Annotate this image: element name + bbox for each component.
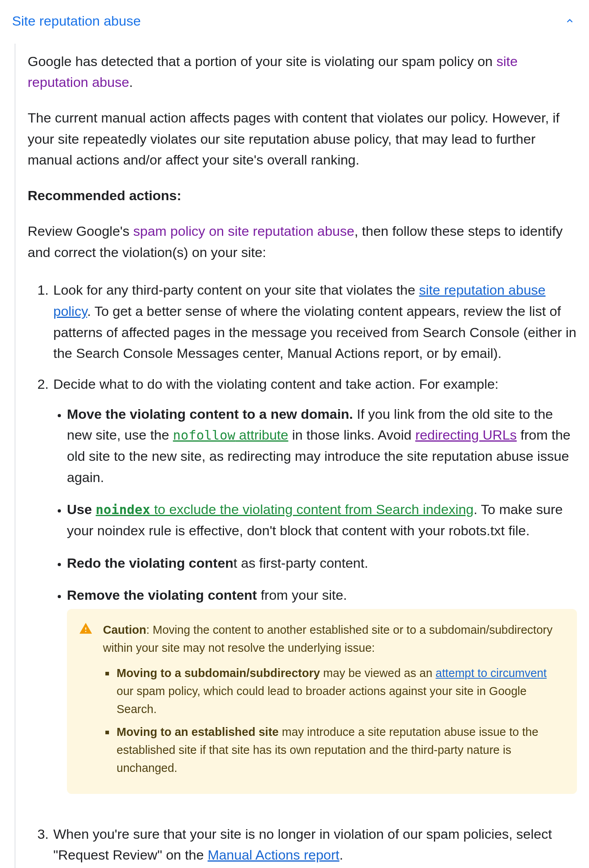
option-noindex: Use noindex to exclude the violating con… (67, 499, 577, 552)
text: : Moving the content to another establis… (103, 623, 553, 654)
text: Google has detected that a portion of yo… (28, 54, 496, 69)
nofollow-link[interactable]: nofollow attribute (173, 427, 288, 442)
caution-label: Caution (103, 623, 146, 636)
caution-bullet-1: Moving to a subdomain/subdirectory may b… (115, 664, 561, 723)
spam-policy-link[interactable]: spam policy on site reputation abuse (133, 223, 355, 239)
intro2-paragraph: The current manual action affects pages … (28, 107, 577, 171)
caution-body: Caution: Moving the content to another e… (103, 621, 561, 782)
text: in those links. Avoid (288, 427, 415, 442)
accordion-panel: Google has detected that a portion of yo… (14, 44, 577, 868)
text: Moving to a subdomain/subdirectory (117, 667, 320, 679)
caution-bullets: Moving to a subdomain/subdirectory may b… (103, 664, 561, 782)
chevron-up-icon (563, 14, 577, 28)
noindex-link[interactable]: noindex to exclude the violating content… (96, 502, 474, 517)
text: Decide what to do with the violating con… (53, 376, 498, 392)
text: Moving to an established site (117, 725, 278, 738)
step-1: Look for any third-party content on your… (52, 277, 577, 371)
warning-icon (79, 621, 93, 641)
option-move: Move the violating content to a new doma… (67, 404, 577, 499)
options-list: Move the violating content to a new doma… (53, 404, 577, 814)
text: Look for any third-party content on your… (53, 282, 419, 297)
text: . (339, 847, 343, 862)
text: our spam policy, which could lead to bro… (117, 685, 526, 715)
text: Remove the violating content (67, 587, 257, 603)
circumvent-link[interactable]: attempt to circumvent (436, 667, 547, 679)
option-redo: Redo the violating content as first-part… (67, 553, 577, 585)
caution-bullet-2: Moving to an established site may introd… (115, 723, 561, 782)
text: . (129, 74, 133, 90)
caution-box: Caution: Moving the content to another e… (67, 609, 577, 794)
steps-list: Look for any third-party content on your… (28, 277, 577, 868)
text: to exclude the violating content from Se… (150, 502, 474, 517)
text: . To get a better sense of where the vio… (53, 303, 576, 361)
text: Use (67, 502, 96, 517)
text: attribute (235, 427, 288, 442)
redirecting-link[interactable]: redirecting URLs (415, 427, 516, 442)
text: Redo the violating conten (67, 555, 234, 571)
intro-paragraph: Google has detected that a portion of yo… (28, 51, 577, 93)
text: may be viewed as an (320, 667, 436, 679)
code: noindex (96, 502, 150, 517)
recommended-actions-heading: Recommended actions: (28, 185, 577, 206)
code: nofollow (173, 428, 236, 443)
text: from your site. (257, 587, 347, 603)
text: Move the violating content to a new doma… (67, 406, 353, 422)
text: Review Google's (28, 223, 133, 239)
accordion-title: Site reputation abuse (12, 10, 141, 32)
manual-actions-report-link[interactable]: Manual Actions report (208, 847, 339, 862)
review-paragraph: Review Google's spam policy on site repu… (28, 221, 577, 263)
text: t as first-party content. (234, 555, 368, 571)
accordion-header[interactable]: Site reputation abuse (12, 4, 577, 44)
step-3: When you're sure that your site is no lo… (52, 821, 577, 868)
step-2: Decide what to do with the violating con… (52, 371, 577, 821)
option-remove: Remove the violating content from your s… (67, 585, 577, 814)
